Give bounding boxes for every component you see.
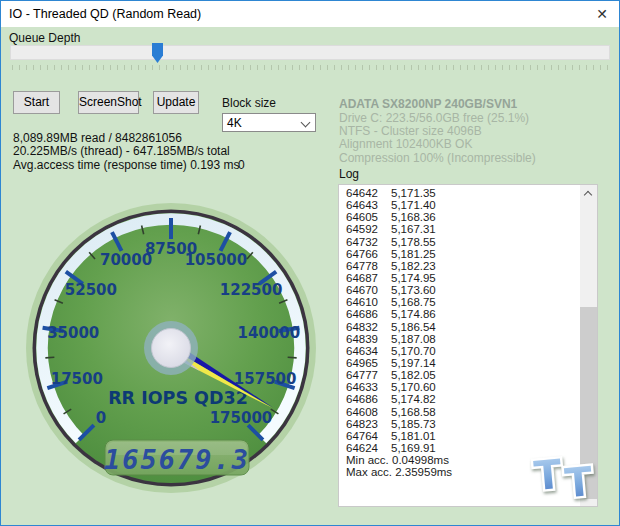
gauge-tick-label: 105000 <box>185 251 248 269</box>
log-row: 648395,187.08 <box>339 333 579 345</box>
iops-gauge: RR IOPS QD32 017500350005250070000875001… <box>21 198 321 498</box>
stat-bytes-read: 8,089.89MB read / 8482861056 <box>13 131 182 145</box>
log-row: 646055,168.36 <box>339 211 579 223</box>
drive-details: Drive C: 223.5/56.0GB free (25.1%)NTFS -… <box>339 112 536 165</box>
log-row: 646875,174.95 <box>339 272 579 284</box>
drive-title: ADATA SX8200NP 240GB/SVN1 <box>339 97 517 111</box>
title-bar: IO - Threaded QD (Random Read) ✕ <box>1 1 619 27</box>
screenshot-button[interactable]: ScreenShot <box>78 91 139 114</box>
log-row: 646705,173.60 <box>339 284 579 296</box>
start-button[interactable]: Start <box>13 91 60 114</box>
log-row: 648235,185.73 <box>339 418 579 430</box>
gauge-minor-tick <box>288 357 297 358</box>
drive-detail-line: Compression 100% (Incompressible) <box>339 152 536 165</box>
needle-hub <box>152 329 191 368</box>
log-row: 646345,170.70 <box>339 345 579 357</box>
window-title: IO - Threaded QD (Random Read) <box>9 7 201 21</box>
gauge-tick-label: 35000 <box>47 324 99 342</box>
gauge-tick-label: 0 <box>96 409 106 427</box>
block-size-value: 4K <box>227 116 242 130</box>
log-row: 648325,186.54 <box>339 321 579 333</box>
log-row: 647325,178.55 <box>339 236 579 248</box>
log-row: 646865,174.86 <box>339 308 579 320</box>
log-row: 646335,170.60 <box>339 381 579 393</box>
logo-letter-t2: T <box>563 458 595 506</box>
gauge-tick-label: 140000 <box>237 324 300 342</box>
gauge-tick-label: 175000 <box>210 409 273 427</box>
app-window: IO - Threaded QD (Random Read) ✕ Queue D… <box>0 0 620 526</box>
log-row: 647645,181.01 <box>339 430 579 442</box>
queue-depth-slider[interactable] <box>10 43 610 67</box>
gauge-tick-label: 157500 <box>234 370 297 388</box>
log-row: 646085,168.58 <box>339 406 579 418</box>
log-row: 646865,174.82 <box>339 393 579 405</box>
stat-throughput: 20.225MB/s (thread) - 647.185MB/s total <box>13 144 230 158</box>
block-size-label: Block size <box>222 96 276 110</box>
log-row: 646435,171.40 <box>339 199 579 211</box>
stat-access-time: Avg.access time (response time) 0.193 ms <box>13 158 240 172</box>
drive-detail-line: Alignment 102400KB OK <box>339 138 536 151</box>
tweaktown-logo: T T <box>531 447 607 517</box>
log-row: 645925,167.31 <box>339 223 579 235</box>
stat-counter: 0 <box>238 158 245 172</box>
log-row: 646425,171.35 <box>339 187 579 199</box>
gauge-tick-label: 52500 <box>65 281 117 299</box>
log-row: 646105,168.75 <box>339 296 579 308</box>
scrollbar-up-icon[interactable] <box>580 185 597 202</box>
lcd-readout: 165679.3 <box>104 444 250 475</box>
log-row: 647785,182.23 <box>339 260 579 272</box>
chevron-down-icon <box>301 118 311 128</box>
slider-track[interactable] <box>10 45 610 60</box>
close-icon[interactable]: ✕ <box>596 5 608 23</box>
dialog-body: Queue Depth Start ScreenShot Update Bloc… <box>1 27 619 526</box>
block-size-dropdown[interactable]: 4K <box>222 113 316 132</box>
log-row: 647665,181.25 <box>339 248 579 260</box>
gauge-title: RR IOPS QD32 <box>108 388 248 408</box>
log-rows: 646425,171.35646435,171.40646055,168.366… <box>339 187 579 478</box>
log-row: 649655,197.14 <box>339 357 579 369</box>
gauge-tick-label: 122500 <box>220 281 283 299</box>
gauge-tick-label: 17500 <box>51 370 103 388</box>
slider-thumb[interactable] <box>152 43 163 63</box>
logo-letter-t1: T <box>532 451 564 499</box>
log-label: Log <box>339 167 359 181</box>
slider-tick-marks <box>12 65 608 70</box>
update-button[interactable]: Update <box>153 91 199 114</box>
gauge-minor-tick <box>45 357 54 358</box>
log-row: 647775,182.05 <box>339 369 579 381</box>
